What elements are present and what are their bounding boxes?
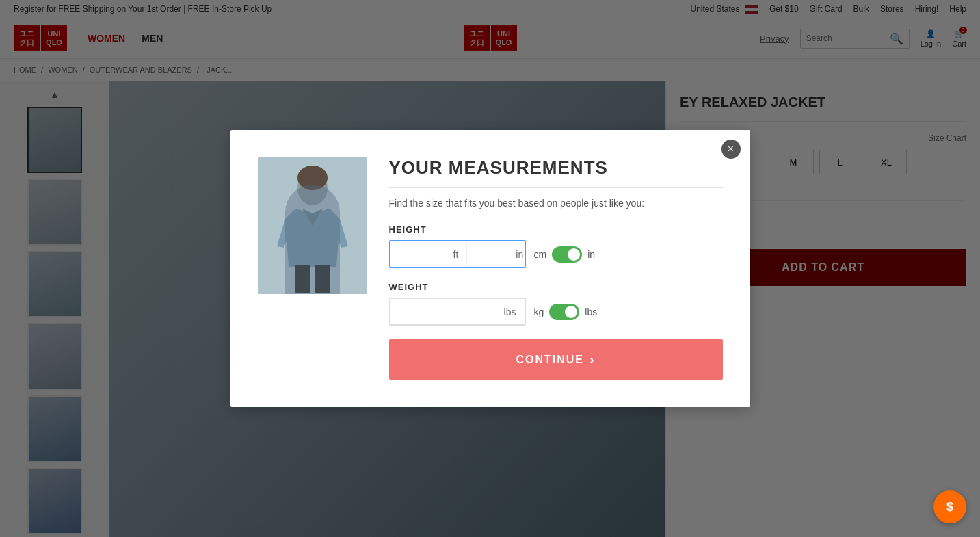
modal-subtitle: Find the size that fits you best based o… [389, 196, 723, 211]
weight-input-wrapper: lbs [389, 298, 526, 326]
modal-product-image [258, 157, 367, 294]
honey-icon: $ [946, 500, 953, 514]
height-toggle-row: cm in [534, 246, 596, 263]
continue-label: CONTINUE [516, 354, 584, 366]
continue-button[interactable]: CONTINUE › [389, 339, 723, 380]
continue-arrow: › [590, 352, 596, 367]
weight-toggle-row: kg lbs [534, 304, 598, 320]
modal-overlay[interactable]: × [0, 0, 980, 537]
weight-lbs-label: lbs [585, 306, 597, 317]
svg-rect-3 [295, 265, 310, 293]
weight-toggle[interactable] [549, 304, 579, 320]
weight-kg-label: kg [534, 306, 544, 317]
weight-lbs-unit: lbs [496, 300, 525, 324]
measurements-modal: × [230, 130, 750, 407]
weight-input-row: lbs kg lbs [389, 298, 723, 326]
height-input-row: ft in cm in [389, 240, 723, 268]
modal-close-button[interactable]: × [721, 140, 741, 159]
weight-input[interactable] [390, 299, 496, 324]
modal-image-inner [258, 157, 367, 294]
jacket-silhouette [258, 157, 367, 294]
height-in-input[interactable] [466, 241, 507, 267]
height-input[interactable] [390, 241, 445, 267]
svg-rect-4 [315, 265, 330, 293]
height-label: HEIGHT [389, 224, 723, 235]
height-ft-unit: ft [445, 242, 467, 267]
modal-form-content: YOUR MEASUREMENTS Find the size that fit… [389, 157, 723, 380]
height-in-label: in [587, 249, 595, 260]
weight-label: WEIGHT [389, 282, 723, 292]
height-in-unit: in [507, 242, 525, 267]
height-input-wrapper: ft in [389, 240, 526, 268]
svg-point-2 [297, 166, 328, 190]
height-toggle[interactable] [552, 246, 582, 263]
modal-divider [389, 187, 723, 188]
modal-title: YOUR MEASUREMENTS [389, 157, 723, 179]
height-field-group: HEIGHT ft in cm in [389, 224, 723, 268]
weight-field-group: WEIGHT lbs kg lbs [389, 282, 723, 326]
honey-button[interactable]: $ [933, 490, 966, 523]
height-cm-label: cm [534, 249, 547, 260]
